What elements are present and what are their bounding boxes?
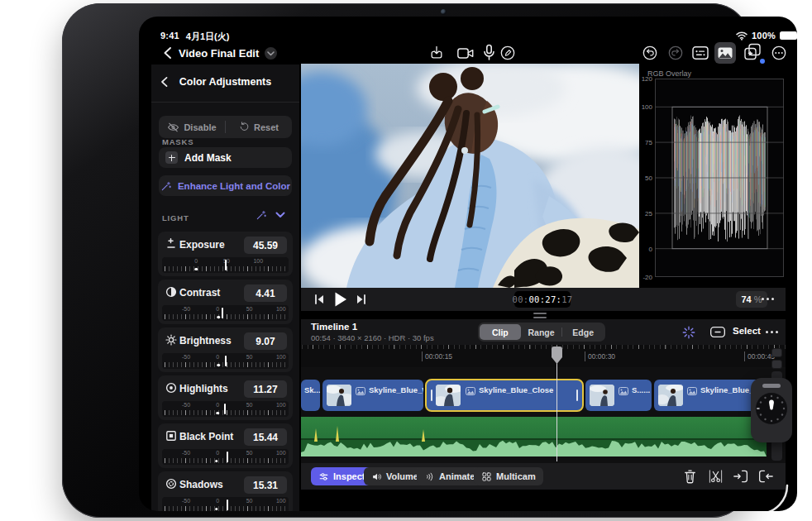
next-frame-icon[interactable] bbox=[356, 294, 366, 305]
add-mask-label: Add Mask bbox=[184, 152, 232, 164]
slider-value[interactable]: 15.44 bbox=[244, 428, 287, 446]
clip-name: Skyline_Blue_Close bbox=[479, 385, 553, 394]
delete-icon[interactable] bbox=[683, 469, 697, 484]
clip-partial[interactable]: Sk...... bbox=[301, 380, 320, 411]
contrast-icon bbox=[165, 286, 177, 298]
viewer-more-icon[interactable] bbox=[762, 298, 774, 300]
slider-value[interactable]: 4.41 bbox=[244, 284, 287, 302]
value-cursor[interactable] bbox=[225, 356, 227, 366]
clip-overview-icon[interactable] bbox=[709, 325, 726, 339]
camera-icon[interactable] bbox=[456, 46, 475, 60]
value-cursor[interactable] bbox=[227, 499, 228, 510]
exposure-icon bbox=[165, 238, 177, 250]
panel-resize-handle[interactable] bbox=[533, 313, 547, 318]
previous-frame-icon[interactable] bbox=[314, 294, 325, 305]
timeline-more-icon[interactable] bbox=[766, 331, 778, 333]
ruler-label: 00:00:15 bbox=[422, 351, 452, 361]
transport-bar: 00:00:27:17 74 % bbox=[301, 288, 786, 311]
redo-icon[interactable] bbox=[667, 45, 684, 61]
scale-label: 50 bbox=[246, 354, 253, 360]
scroll-step-down[interactable] bbox=[771, 360, 782, 369]
audio-waveform bbox=[301, 417, 767, 456]
slider-scale[interactable]: -50 0 50 100 bbox=[162, 449, 289, 465]
tick-marks bbox=[165, 458, 286, 463]
clip-skyline-blue-close[interactable]: Skyline_Blue_Close bbox=[426, 380, 583, 411]
mode-range[interactable]: Range bbox=[521, 324, 562, 340]
value-cursor[interactable] bbox=[227, 452, 228, 462]
ruler-ticks bbox=[301, 345, 786, 349]
slider-value[interactable]: 9.07 bbox=[244, 332, 287, 350]
insert-right-icon[interactable] bbox=[757, 469, 774, 484]
dial-drag-handle[interactable] bbox=[762, 384, 781, 388]
slider-value[interactable]: 15.31 bbox=[244, 476, 287, 494]
timeline-panel: Timeline 1 00:54 · 3840 × 2160 · HDR · 3… bbox=[301, 319, 786, 463]
scale-label: 100 bbox=[276, 306, 286, 312]
magic-wand-icon bbox=[160, 180, 172, 192]
export-icon[interactable] bbox=[428, 45, 445, 61]
more-options-icon[interactable] bbox=[771, 45, 787, 61]
value-cursor[interactable] bbox=[222, 308, 223, 318]
mic-icon[interactable] bbox=[483, 44, 495, 61]
waveform-plot bbox=[655, 79, 784, 277]
slider-scale[interactable]: -50 0 50 100 bbox=[162, 305, 289, 321]
scroll-step-up[interactable] bbox=[771, 348, 782, 357]
trim-handle-right[interactable] bbox=[576, 390, 578, 401]
select-button[interactable]: Select bbox=[733, 326, 761, 336]
value-cursor[interactable] bbox=[225, 260, 227, 270]
disable-button[interactable]: Disable bbox=[159, 122, 225, 132]
media-browser-button[interactable] bbox=[714, 42, 736, 64]
projects-button[interactable] bbox=[743, 42, 764, 64]
skimming-icon[interactable] bbox=[681, 325, 696, 340]
light-collapse-icon[interactable] bbox=[275, 212, 285, 218]
video-frame bbox=[301, 64, 639, 288]
slider-scale[interactable]: -50 0 50 100 bbox=[162, 497, 289, 511]
page: 9:41 4月1日(火) 100% Video Final Edit bbox=[0, 0, 812, 521]
back-icon[interactable] bbox=[162, 46, 174, 60]
mode-edge[interactable]: Edge bbox=[562, 324, 604, 340]
light-wand-icon[interactable] bbox=[256, 209, 267, 221]
reset-button[interactable]: Reset bbox=[226, 122, 292, 132]
default-dot bbox=[217, 316, 220, 319]
scale-label: 100 bbox=[276, 354, 286, 360]
clip-skyline-blue-wide[interactable]: Skyline_Blue_Wide bbox=[322, 380, 423, 411]
dial-wheel[interactable] bbox=[755, 392, 788, 425]
enhance-button[interactable]: Enhance Light and Color bbox=[159, 175, 292, 196]
panel-title: Color Adjustments bbox=[151, 76, 299, 88]
timeline-title[interactable]: Timeline 1 bbox=[311, 322, 357, 332]
timecode[interactable]: 00:00:27:17 bbox=[514, 291, 571, 308]
timeline-ruler[interactable]: 00:00:15 00:00:30 00:00:45 bbox=[301, 345, 786, 367]
animate-button[interactable]: Animate bbox=[417, 467, 482, 485]
mode-clip[interactable]: Clip bbox=[480, 324, 521, 340]
slider-scale[interactable]: -50 0 50 100 bbox=[162, 353, 289, 369]
play-icon[interactable] bbox=[334, 291, 347, 308]
audio-track[interactable] bbox=[301, 417, 767, 456]
blade-icon[interactable] bbox=[708, 469, 724, 484]
slider-scale[interactable]: -50 0 50 100 bbox=[162, 401, 289, 417]
media-glyph-icon bbox=[619, 387, 628, 395]
jog-dial[interactable] bbox=[751, 378, 792, 442]
title-chevron-down-icon[interactable] bbox=[265, 47, 277, 60]
value-cursor[interactable] bbox=[224, 404, 226, 414]
color-adjustments-panel: Color Adjustments Disable bbox=[151, 65, 299, 511]
multicam-button[interactable]: Multicam bbox=[474, 467, 543, 485]
slider-scale[interactable]: 0 50 100 bbox=[162, 257, 289, 273]
clip-s[interactable]: S...... bbox=[585, 380, 652, 411]
trim-handle-left[interactable] bbox=[431, 390, 432, 401]
undo-icon[interactable] bbox=[642, 45, 658, 61]
slider-value[interactable]: 11.27 bbox=[244, 380, 287, 398]
project-title-group[interactable]: Video Final Edit bbox=[179, 47, 277, 60]
slider-exposure: Exposure 45.59 0 50 100 bbox=[158, 232, 293, 276]
highlights-icon bbox=[165, 382, 177, 394]
scale-label: 100 bbox=[276, 402, 286, 408]
viewer[interactable] bbox=[301, 64, 639, 288]
brightness-icon bbox=[165, 334, 177, 346]
scale-label: 0 bbox=[216, 450, 219, 456]
scale-label: -50 bbox=[182, 498, 190, 504]
add-mask-button[interactable]: Add Mask bbox=[159, 147, 292, 168]
slider-value[interactable]: 45.59 bbox=[244, 237, 287, 254]
pencil-annotate-icon[interactable] bbox=[499, 45, 516, 61]
inspector-panel-icon[interactable] bbox=[691, 45, 709, 60]
insert-left-icon[interactable] bbox=[733, 469, 749, 484]
clip-skyline-blue-background[interactable]: Skyline_Blue_Background bbox=[654, 380, 767, 411]
scope-tick: 75 bbox=[638, 139, 652, 146]
